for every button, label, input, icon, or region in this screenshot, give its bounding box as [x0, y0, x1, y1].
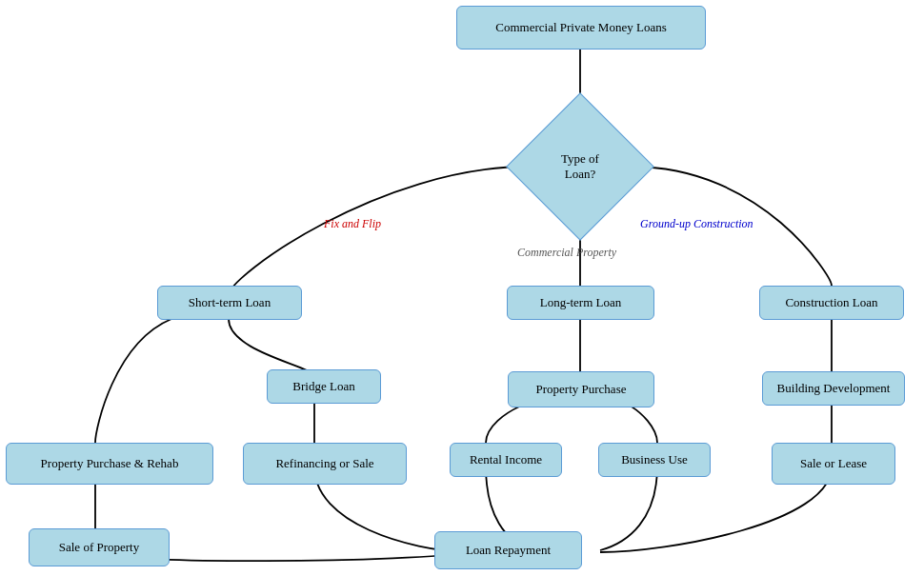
commercial-label: Commercial Property: [517, 246, 616, 260]
rental-income-node: Rental Income: [450, 443, 562, 477]
sale-property-node: Sale of Property: [29, 528, 170, 566]
title-node: Commercial Private Money Loans: [456, 6, 706, 50]
long-term-loan-node: Long-term Loan: [507, 286, 654, 320]
property-purchase-node: Property Purchase: [508, 371, 654, 407]
short-term-loan-node: Short-term Loan: [157, 286, 302, 320]
diamond-node: Type of Loan?: [528, 114, 633, 219]
loan-repayment-node: Loan Repayment: [434, 531, 582, 569]
refinancing-node: Refinancing or Sale: [243, 443, 407, 485]
pp-rehab-node: Property Purchase & Rehab: [6, 443, 213, 485]
construction-loan-node: Construction Loan: [759, 286, 904, 320]
bridge-loan-node: Bridge Loan: [267, 369, 381, 404]
ground-up-label: Ground-up Construction: [640, 217, 753, 231]
fix-flip-label: Fix and Flip: [324, 217, 381, 231]
business-use-node: Business Use: [598, 443, 711, 477]
flowchart: Commercial Private Money Loans Type of L…: [0, 0, 924, 576]
building-dev-node: Building Development: [762, 371, 905, 406]
sale-or-lease-node: Sale or Lease: [772, 443, 895, 485]
